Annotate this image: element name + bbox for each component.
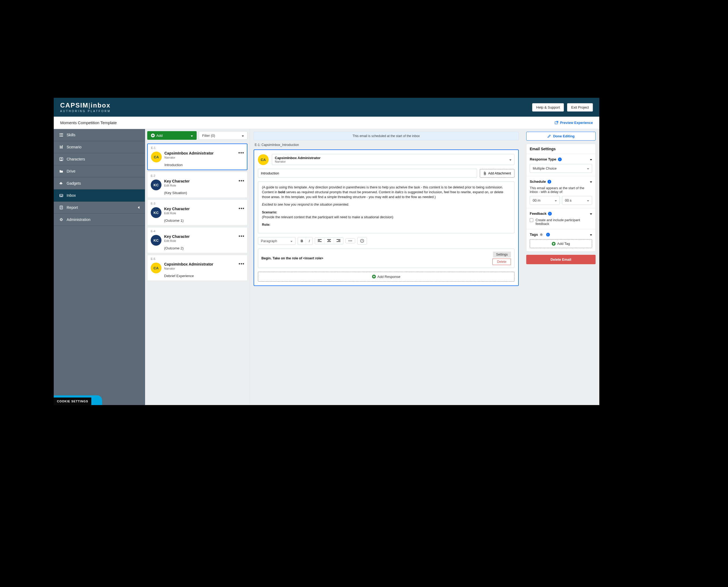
- svg-text:?: ?: [362, 239, 363, 242]
- avatar: KC: [151, 235, 162, 246]
- settings-column: Done Editing Email Settings Response Typ…: [523, 129, 599, 405]
- filter-select[interactable]: Filter (0): [199, 131, 248, 140]
- align-center-button[interactable]: [324, 238, 334, 244]
- email-card[interactable]: E-4 ••• KC Key Character Edit Role (Outc…: [147, 227, 247, 253]
- italic-button[interactable]: I: [306, 237, 312, 244]
- svg-point-1: [60, 146, 61, 147]
- sidebar-item-characters[interactable]: Characters: [54, 153, 145, 165]
- more-options-button[interactable]: [346, 239, 355, 243]
- email-list-column: Add Filter (0) E-1 ••• CA CapsimInbox Ad…: [145, 129, 250, 405]
- add-button[interactable]: Add: [147, 131, 197, 140]
- settings-title: Email Settings: [527, 144, 595, 154]
- more-menu-button[interactable]: •••: [239, 263, 244, 265]
- svg-point-2: [61, 147, 62, 148]
- subject-label: (Outcome 2): [164, 246, 244, 250]
- email-body-editor[interactable]: (A guide to using this template. Any dir…: [258, 182, 514, 233]
- delay-seconds-select[interactable]: 00 s: [562, 196, 592, 205]
- sidebar-item-skills[interactable]: Skills: [54, 129, 145, 141]
- response-type-header[interactable]: Response Typei: [530, 157, 592, 161]
- email-id: E-1: [151, 146, 244, 149]
- header-bar: CAPSIM|inbox AUTHORING PLATFORM Help & S…: [54, 98, 599, 117]
- response-text[interactable]: Begin. Take on the role of <insert role>: [261, 256, 492, 260]
- svg-point-11: [351, 240, 352, 241]
- add-response-button[interactable]: Add Response: [258, 272, 514, 282]
- role-label: Narrator: [164, 156, 244, 159]
- open-external-icon: [555, 121, 558, 125]
- folder-icon: [59, 169, 64, 173]
- avatar: CA: [151, 151, 162, 162]
- chevron-down-icon: [509, 157, 511, 162]
- response-delete-button[interactable]: Delete: [492, 259, 511, 265]
- email-id-label: E-1: CapsimInbox_Introduction: [253, 143, 519, 147]
- role-label: Edit Role: [164, 212, 244, 215]
- exit-project-button[interactable]: Exit Project: [567, 103, 593, 112]
- inbox-icon: [59, 193, 64, 197]
- delay-minutes-select[interactable]: 00 m: [530, 196, 560, 205]
- sidebar-label: Inbox: [67, 193, 76, 197]
- doc-icon: [59, 206, 64, 209]
- chevron-down-icon: [587, 166, 589, 170]
- from-select[interactable]: CapsimInbox Administrator Narrator: [272, 154, 514, 165]
- subheader: Moments Competition Template Preview Exp…: [54, 117, 599, 129]
- from-label: Key Character: [164, 234, 244, 239]
- subject-input[interactable]: [258, 169, 477, 178]
- gear-icon[interactable]: [540, 233, 543, 236]
- tags-header[interactable]: Tags i: [530, 233, 592, 236]
- email-settings-panel: Email Settings Response Typei Multiple C…: [526, 144, 596, 252]
- more-menu-button[interactable]: •••: [239, 207, 244, 210]
- add-tag-button[interactable]: Add Tag: [530, 239, 592, 248]
- sidebar-item-gadgets[interactable]: Gadgets: [54, 178, 145, 189]
- brand-logo: CAPSIM|inbox AUTHORING PLATFORM: [60, 101, 111, 113]
- more-menu-button[interactable]: •••: [239, 235, 244, 238]
- project-title: Moments Competition Template: [60, 120, 117, 125]
- chevron-down-icon: [242, 134, 244, 138]
- email-card[interactable]: E-5 ••• CA CapsimInbox Administrator Nar…: [147, 255, 247, 281]
- cookie-settings-button[interactable]: COOKIE SETTINGS: [54, 396, 91, 405]
- sidebar-label: Skills: [67, 133, 75, 137]
- email-card[interactable]: E-2 ••• KC Key Character Edit Role (Key …: [147, 172, 247, 198]
- schedule-header[interactable]: Schedulei: [530, 180, 592, 184]
- avatar: KC: [151, 180, 162, 190]
- response-settings-button[interactable]: Settings: [493, 252, 511, 257]
- avatar: CA: [151, 263, 162, 273]
- done-editing-button[interactable]: Done Editing: [526, 132, 596, 141]
- subject-label: Debrief Experience: [164, 274, 244, 278]
- feedback-header[interactable]: Feedbacki: [530, 212, 592, 215]
- chevron-down-icon: [587, 198, 589, 203]
- email-card[interactable]: E-3 ••• KC Key Character Edit Role (Outc…: [147, 199, 247, 226]
- align-right-button[interactable]: [334, 238, 343, 244]
- email-id: E-4: [151, 230, 244, 233]
- sidebar-item-administration[interactable]: Administration: [54, 214, 145, 226]
- svg-point-14: [540, 234, 541, 235]
- help-support-button[interactable]: Help & Support: [532, 103, 564, 112]
- more-menu-button[interactable]: •••: [239, 180, 244, 182]
- align-left-button[interactable]: [315, 238, 324, 244]
- delete-email-button[interactable]: Delete Email: [526, 255, 596, 264]
- sidebar: Skills Scenario Characters Drive Gadgets: [54, 129, 145, 405]
- paragraph-style-select[interactable]: Paragraph: [258, 237, 295, 245]
- pencil-icon: [547, 134, 551, 138]
- gear-icon: [59, 218, 64, 221]
- svg-point-9: [349, 240, 349, 241]
- from-label: Key Character: [164, 207, 244, 211]
- sidebar-item-drive[interactable]: Drive: [54, 165, 145, 178]
- help-button[interactable]: ?: [358, 237, 367, 244]
- more-menu-button[interactable]: •••: [238, 151, 244, 154]
- add-attachment-button[interactable]: Add Attachment: [480, 169, 514, 178]
- from-avatar: CA: [258, 154, 269, 165]
- sidebar-item-report[interactable]: Report: [54, 202, 145, 214]
- schedule-description: This email appears at the start of the i…: [530, 186, 592, 194]
- svg-point-8: [60, 219, 62, 220]
- chevron-down-icon: [290, 239, 293, 243]
- preview-experience-link[interactable]: Preview Experience: [555, 121, 593, 125]
- sidebar-label: Characters: [67, 157, 85, 161]
- sidebar-item-inbox[interactable]: Inbox: [54, 189, 145, 202]
- feedback-checkbox[interactable]: [530, 218, 533, 222]
- info-icon: i: [558, 158, 562, 161]
- bold-button[interactable]: B: [298, 237, 306, 244]
- response-type-select[interactable]: Multiple Choice: [530, 164, 592, 173]
- email-editor-panel: CA CapsimInbox Administrator Narrator: [253, 149, 519, 286]
- email-card[interactable]: E-1 ••• CA CapsimInbox Administrator Nar…: [147, 143, 247, 170]
- sidebar-item-scenario[interactable]: Scenario: [54, 141, 145, 153]
- chevron-down-icon: [191, 134, 193, 138]
